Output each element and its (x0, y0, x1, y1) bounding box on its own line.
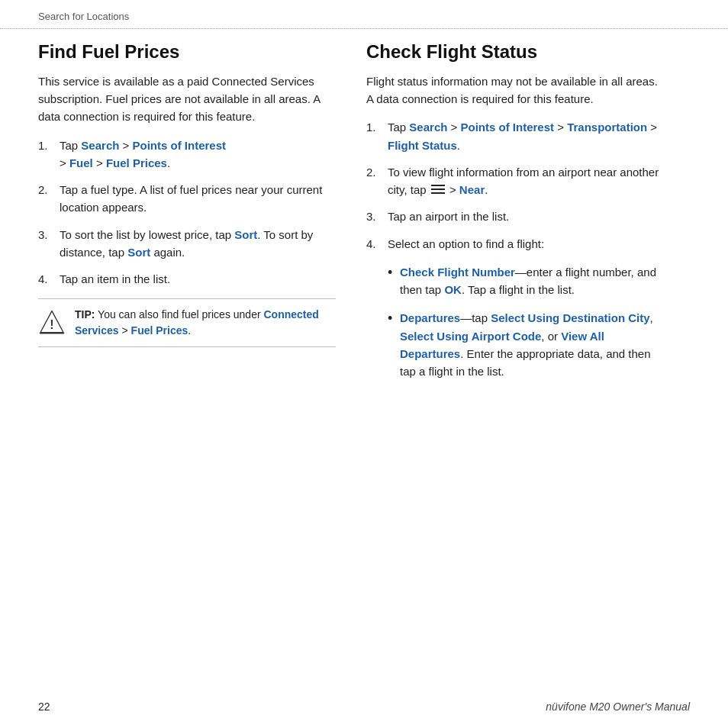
tip-label: TIP: (75, 308, 95, 321)
step-number-4: 4. (38, 270, 60, 288)
right-step-1: 1. Tap Search > Points of Interest > Tra… (366, 118, 664, 154)
link-connected-services: Connected Services (75, 308, 319, 337)
right-step-3: 3. Tap an airport in the list. (366, 208, 664, 225)
right-step-number-1: 1. (366, 118, 388, 136)
link-select-airport-code: Select Using Airport Code (400, 330, 541, 343)
step-number-1: 1. (38, 137, 60, 154)
step-content-2: Tap a fuel type. A list of fuel prices n… (60, 181, 336, 217)
right-column: Check Flight Status Flight status inform… (366, 41, 664, 391)
right-intro-text: Flight status information may not be ava… (366, 72, 664, 108)
step-content-3: To sort the list by lowest price, tap So… (60, 226, 336, 262)
content-columns: Find Fuel Prices This service is availab… (0, 41, 728, 391)
bullet-dot-1: • (388, 263, 400, 282)
bullet-dot-2: • (388, 309, 400, 328)
menu-icon (431, 185, 445, 195)
bullet-item-2: • Departures—tap Select Using Destinatio… (388, 309, 664, 380)
link-ok: OK (444, 283, 462, 296)
link-check-flight-number: Check Flight Number (400, 266, 515, 279)
tip-box: ! TIP: You can also find fuel prices und… (38, 298, 336, 347)
tip-icon: ! (38, 308, 66, 336)
link-search-1: Search (81, 139, 119, 152)
page-container: Search for Locations Find Fuel Prices Th… (0, 0, 728, 728)
right-link-search: Search (409, 121, 447, 134)
left-section-title: Find Fuel Prices (38, 41, 336, 63)
step-number-2: 2. (38, 181, 60, 198)
link-fuel-prices-tip: Fuel Prices (131, 324, 188, 337)
right-step-4: 4. Select an option to find a flight: (366, 235, 664, 253)
left-column: Find Fuel Prices This service is availab… (38, 41, 336, 391)
link-sort-1: Sort (234, 228, 257, 241)
link-select-destination: Select Using Destination City (491, 311, 649, 324)
right-link-near: Near (459, 183, 485, 196)
breadcrumb: Search for Locations (38, 11, 129, 22)
left-step-3: 3. To sort the list by lowest price, tap… (38, 226, 336, 262)
step-content-1: Tap Search > Points of Interest > Fuel >… (60, 137, 336, 172)
footer-manual-title: nüvifone M20 Owner's Manual (546, 701, 690, 713)
right-step-content-1: Tap Search > Points of Interest > Transp… (388, 118, 664, 154)
right-step-2: 2. To view flight information from an ai… (366, 163, 664, 199)
step-number-3: 3. (38, 226, 60, 243)
right-link-transportation: Transportation (567, 121, 647, 134)
left-steps-list: 1. Tap Search > Points of Interest > Fue… (38, 137, 336, 288)
right-step-number-4: 4. (366, 235, 388, 253)
header-area: Search for Locations (0, 0, 728, 29)
right-section-title: Check Flight Status (366, 41, 664, 63)
link-departures: Departures (400, 311, 460, 324)
footer-page-number: 22 (38, 701, 50, 713)
left-step-4: 4. Tap an item in the list. (38, 270, 336, 288)
right-link-poi: Points of Interest (461, 121, 555, 134)
link-fuel: Fuel (69, 156, 93, 169)
bullet-content-1: Check Flight Number—enter a flight numbe… (400, 263, 664, 299)
bullet-item-1: • Check Flight Number—enter a flight num… (388, 263, 664, 299)
right-step-content-2: To view flight information from an airpo… (388, 163, 664, 199)
right-step-content-3: Tap an airport in the list. (388, 208, 664, 225)
svg-text:!: ! (50, 318, 53, 331)
tip-text: TIP: You can also find fuel prices under… (75, 307, 336, 339)
right-step-number-2: 2. (366, 163, 388, 181)
left-step-1: 1. Tap Search > Points of Interest > Fue… (38, 137, 336, 172)
left-step-2: 2. Tap a fuel type. A list of fuel price… (38, 181, 336, 217)
link-sort-2: Sort (127, 246, 150, 259)
right-steps-list: 1. Tap Search > Points of Interest > Tra… (366, 118, 664, 253)
right-link-flight-status: Flight Status (388, 139, 457, 152)
footer-area: 22 nüvifone M20 Owner's Manual (38, 701, 690, 713)
bullet-content-2: Departures—tap Select Using Destination … (400, 309, 664, 380)
step-content-4: Tap an item in the list. (60, 270, 336, 288)
link-poi-1: Points of Interest (133, 139, 227, 152)
right-step-content-4: Select an option to find a flight: (388, 235, 664, 253)
right-bullet-list: • Check Flight Number—enter a flight num… (388, 263, 664, 381)
left-intro-text: This service is available as a paid Conn… (38, 72, 336, 126)
link-fuel-prices: Fuel Prices (106, 156, 167, 169)
right-step-number-3: 3. (366, 208, 388, 225)
